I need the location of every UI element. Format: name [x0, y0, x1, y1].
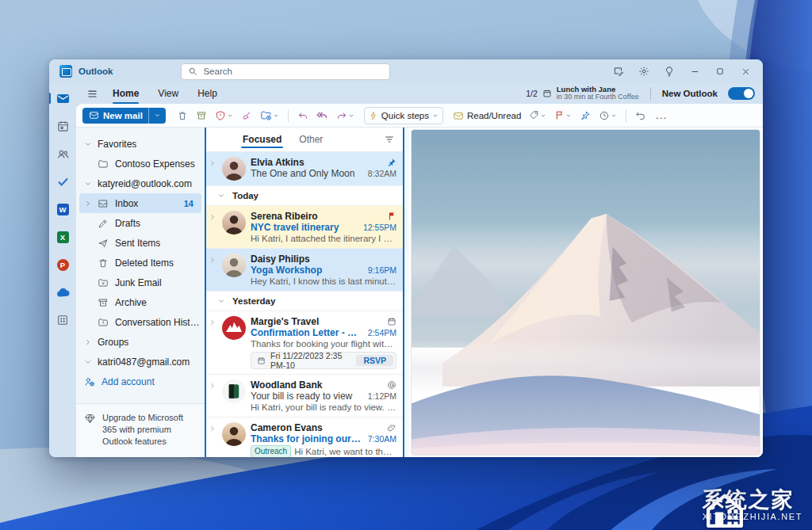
chevron-down-icon[interactable]: [84, 358, 92, 366]
rsvp-button[interactable]: RSVP: [356, 355, 393, 366]
group-header-yesterday[interactable]: Yesterday: [206, 292, 403, 311]
rail-item-people[interactable]: [53, 145, 72, 162]
meeting-date: Fri 11/22/2023 2:35 PM-10: [270, 351, 351, 370]
chevron-right-icon[interactable]: [84, 200, 92, 208]
calendar-icon: [542, 89, 552, 98]
email-row-daisy-philips[interactable]: Daisy PhilipsYoga Workshop9:16PMHey Katr…: [206, 249, 403, 292]
sidebar-section[interactable]: katyreid@outlook.com: [76, 173, 205, 193]
snooze-button[interactable]: [596, 107, 620, 124]
close-button[interactable]: [733, 60, 758, 82]
watermark-house-logo: [703, 489, 747, 530]
report-button[interactable]: [212, 107, 236, 124]
group-header-today[interactable]: Today: [206, 186, 403, 206]
sidebar-section[interactable]: Favorites: [76, 134, 205, 154]
chevron-down-icon[interactable]: [84, 180, 92, 188]
email-row-cameron-evans[interactable]: Cameron EvansThanks for joining our netw…: [206, 418, 403, 457]
sidebar-item-contoso-expenses[interactable]: Contoso Expenses: [76, 154, 205, 173]
new-mail-button[interactable]: New mail: [82, 108, 166, 124]
sidebar-item-deleted-items[interactable]: Deleted Items: [76, 253, 205, 273]
tab-help[interactable]: Help: [190, 86, 225, 101]
chevron-down-icon: [432, 112, 439, 119]
toolbar-overflow-button[interactable]: ...: [651, 109, 672, 121]
reply-button[interactable]: [294, 107, 312, 124]
rail-item-more-apps[interactable]: [53, 311, 72, 329]
group-label: Yesterday: [232, 296, 275, 306]
email-row-margie-s-travel[interactable]: Margie's TravelConfirmation Letter - MPO…: [206, 311, 403, 375]
move-folder-icon: [260, 109, 272, 121]
email-row-woodland-bank[interactable]: Woodland BankYour bill is ready to view1…: [206, 375, 403, 418]
sidebar-section[interactable]: katri0487@gmail.com: [76, 352, 205, 372]
rail-item-todo[interactable]: [53, 173, 72, 190]
sidebar-add-account[interactable]: Add account: [76, 372, 205, 391]
todo-app-icon: [56, 175, 70, 189]
tips-lightbulb-icon[interactable]: [657, 60, 682, 82]
maximize-button[interactable]: [707, 60, 733, 82]
chevron-right-icon: [209, 213, 216, 221]
sidebar-item-sent-items[interactable]: Sent Items: [76, 233, 205, 253]
avatar-photo: [222, 254, 246, 277]
read-unread-button[interactable]: Read/Unread: [450, 107, 524, 124]
expand-chevron-icon[interactable]: [209, 157, 217, 181]
chevron-down-icon: [217, 297, 225, 305]
sidebar-item-archive[interactable]: Archive: [76, 292, 205, 312]
tab-other[interactable]: Other: [297, 131, 324, 148]
tab-focused[interactable]: Focused: [241, 131, 283, 148]
categorize-button[interactable]: [526, 107, 550, 124]
reply-all-button[interactable]: [313, 107, 331, 124]
rail-item-excel[interactable]: X: [53, 228, 72, 246]
expand-chevron-icon[interactable]: [209, 379, 217, 412]
meeting-peek[interactable]: 1/2 Lunch with Jane in 30 min at Fourth …: [526, 86, 755, 101]
rail-item-powerpoint[interactable]: P: [53, 256, 72, 273]
upgrade-promo[interactable]: Upgrade to Microsoft 365 with premium Ou…: [76, 403, 205, 457]
rail-item-word[interactable]: W: [53, 200, 72, 218]
rail-item-calendar[interactable]: [53, 117, 72, 135]
email-subject: Yoga Workshop: [251, 265, 363, 276]
email-row-elvia-atkins[interactable]: Elvia AtkinsThe One and Only Moon8:32AM: [206, 152, 403, 186]
undo-button[interactable]: [632, 107, 649, 124]
calendar-icon: [387, 317, 396, 326]
woodland-bank-logo: [222, 379, 246, 403]
chevron-down-icon: [540, 112, 546, 119]
move-to-button[interactable]: [257, 107, 282, 124]
sidebar-item-junk-email[interactable]: Junk Email: [76, 273, 205, 292]
sidebar-item-inbox[interactable]: Inbox14: [79, 193, 201, 213]
app-rail: WXP: [49, 83, 76, 457]
hamburger-menu-icon[interactable]: [82, 86, 102, 101]
inbox-icon: [98, 198, 109, 209]
sidebar-item-conversation-history[interactable]: Conversation History: [76, 312, 205, 332]
expand-chevron-icon[interactable]: [209, 422, 217, 457]
rail-item-onedrive[interactable]: [53, 284, 72, 301]
email-list: Elvia AtkinsThe One and Only Moon8:32AMT…: [206, 152, 403, 457]
flag-button[interactable]: [551, 107, 575, 124]
expand-chevron-icon[interactable]: [209, 316, 217, 369]
chevron-right-icon: [84, 338, 92, 346]
settings-gear-icon[interactable]: [631, 60, 657, 82]
chevron-down-icon[interactable]: [217, 192, 225, 200]
tab-view[interactable]: View: [150, 86, 186, 101]
expand-chevron-icon[interactable]: [209, 254, 217, 286]
pin-button[interactable]: [576, 107, 594, 124]
chevron-down-icon: [273, 112, 279, 119]
new-mail-dropdown-chevron[interactable]: [149, 112, 166, 119]
email-row-serena-ribeiro[interactable]: Serena RibeiroNYC travel itinerary12:55P…: [206, 206, 403, 249]
sweep-button[interactable]: [238, 107, 255, 124]
sidebar-item-drafts[interactable]: Drafts: [76, 213, 205, 233]
quick-steps-button[interactable]: Quick steps: [364, 107, 443, 124]
feedback-icon[interactable]: [606, 60, 631, 82]
chevron-down-icon[interactable]: [217, 297, 225, 305]
chevron-down-icon[interactable]: [84, 140, 92, 148]
chevron-right-icon: [209, 425, 216, 433]
rail-item-mail[interactable]: [53, 90, 72, 107]
minimize-button[interactable]: [682, 60, 707, 82]
folder-label: Conversation History: [115, 317, 200, 328]
sidebar-section[interactable]: Groups: [76, 332, 205, 352]
chevron-right-icon[interactable]: [84, 338, 92, 346]
search-input[interactable]: Search: [181, 63, 390, 80]
expand-chevron-icon[interactable]: [209, 211, 217, 243]
delete-button[interactable]: [174, 107, 191, 124]
archive-button[interactable]: [193, 107, 210, 124]
new-outlook-toggle[interactable]: [728, 87, 755, 100]
tab-home[interactable]: Home: [105, 86, 147, 101]
filter-icon[interactable]: [384, 134, 395, 145]
forward-button[interactable]: [333, 107, 358, 124]
